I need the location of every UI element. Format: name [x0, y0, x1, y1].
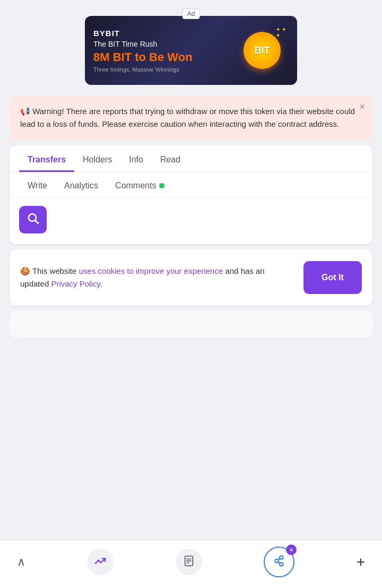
cookie-banner: 🍪 This website uses cookies to improve y… [10, 249, 372, 306]
svg-line-9 [279, 558, 280, 560]
warning-banner: × 📢 Warning! There are reports that tryi… [10, 96, 372, 140]
link-icon [272, 554, 286, 570]
comments-dot [159, 183, 164, 188]
tab-analytics[interactable]: Analytics [56, 172, 107, 197]
svg-line-10 [279, 561, 280, 564]
ad-banner[interactable]: BYBIT The BIT Time Rush 8M BIT to Be Won… [85, 16, 297, 85]
tabs-row-1: Transfers Holders Info Read [10, 145, 372, 172]
cookie-link-privacy[interactable]: Privacy Policy [51, 279, 100, 288]
bottom-nav: ∧ × + [0, 540, 382, 588]
ad-text-block: BYBIT The BIT Time Rush 8M BIT to Be Won… [93, 29, 236, 73]
svg-line-1 [36, 221, 39, 224]
megaphone-icon: 📢 [20, 107, 30, 116]
trending-icon [94, 555, 106, 569]
stars-icon: ✦ ✦✦ [276, 27, 286, 38]
search-area [10, 197, 372, 244]
document-icon [183, 555, 195, 569]
center-nav-button[interactable]: × [264, 547, 294, 577]
tabs-row-2: Write Analytics Comments [10, 172, 372, 197]
tab-info[interactable]: Info [120, 145, 152, 172]
ad-graphic: ✦ ✦✦ BIT [236, 24, 289, 77]
ad-bybit: BYBIT [93, 29, 236, 38]
svg-point-7 [280, 556, 283, 559]
tabs-card: Transfers Holders Info Read Write Analyt… [10, 145, 372, 244]
bit-coin: BIT [244, 32, 281, 69]
svg-point-6 [275, 559, 279, 563]
tab-write[interactable]: Write [19, 172, 56, 197]
tab-holders[interactable]: Holders [74, 145, 120, 172]
bottom-hint [10, 311, 372, 338]
cookie-icon: 🍪 [20, 266, 32, 275]
got-it-button[interactable]: Got It [303, 261, 362, 294]
ad-highlight: 8M BIT to Be Won [93, 50, 236, 64]
ad-section: Ad BYBIT The BIT Time Rush 8M BIT to Be … [0, 0, 382, 90]
svg-point-8 [280, 563, 283, 566]
document-button[interactable] [176, 549, 202, 575]
tab-transfers[interactable]: Transfers [19, 145, 74, 172]
close-icon: × [286, 544, 297, 555]
tab-comments[interactable]: Comments [107, 172, 173, 197]
warning-text: 📢 Warning! There are reports that trying… [20, 105, 362, 131]
trending-button[interactable] [87, 549, 114, 575]
search-button[interactable] [19, 206, 47, 234]
ad-title: The BIT Time Rush [93, 40, 236, 48]
ad-label: Ad [183, 8, 200, 19]
cookie-text-block: 🍪 This website uses cookies to improve y… [20, 265, 295, 290]
chevron-up-icon[interactable]: ∧ [17, 555, 25, 569]
tab-read[interactable]: Read [152, 145, 189, 172]
cookie-link-experience[interactable]: uses cookies to improve your experience [79, 266, 223, 275]
plus-icon[interactable]: + [357, 554, 365, 570]
ad-subtitle: Three Innings; Massive Winnings [93, 66, 236, 73]
warning-close-button[interactable]: × [359, 102, 365, 111]
search-icon [27, 212, 39, 228]
